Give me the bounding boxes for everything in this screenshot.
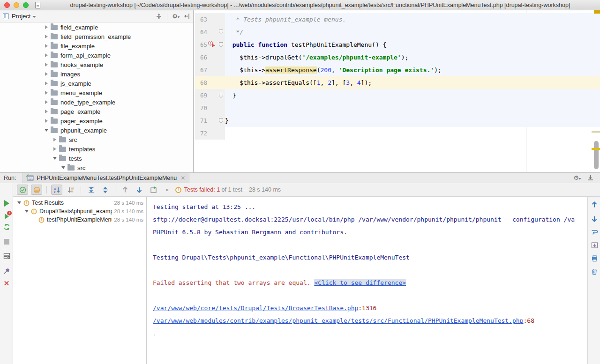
chevron-right-icon[interactable] [52, 138, 57, 141]
project-tree-item[interactable]: phpunit_example [0, 126, 192, 135]
sort-alphabetically-toggle[interactable]: az [51, 185, 62, 195]
chevron-right-icon[interactable] [52, 147, 57, 151]
code-line[interactable]: $this->assertEquals([1, 2], [3, 4]); [225, 76, 600, 89]
test-console-output[interactable]: Testing started at 13:25 ...sftp://docke… [147, 197, 587, 364]
chevron-right-icon[interactable] [44, 119, 49, 123]
project-tree-item[interactable]: pager_example [0, 116, 192, 126]
hide-panel-button[interactable] [184, 13, 190, 19]
editor-gutter[interactable]: 66 [195, 51, 225, 64]
project-tree-item[interactable]: templates [0, 144, 192, 154]
line-number[interactable]: 65 [195, 41, 207, 48]
code-line[interactable]: } [225, 114, 600, 127]
toggle-auto-test-button[interactable] [2, 223, 11, 231]
code-line[interactable]: public function testPhpUnitExampleMenu()… [225, 38, 600, 51]
collapse-all-button[interactable] [99, 185, 111, 195]
chevron-right-icon[interactable] [44, 72, 49, 76]
console-link[interactable]: /var/www/web/modules/contrib/examples/ph… [153, 317, 524, 324]
fold-marker-icon[interactable] [219, 118, 223, 123]
next-occurrence-button[interactable] [134, 185, 145, 195]
scrollbar-mark-warning[interactable] [592, 131, 600, 133]
hide-tool-window-button[interactable] [587, 175, 593, 181]
settings-gear-icon[interactable]: ⚙▾ [172, 13, 180, 20]
clear-all-button[interactable] [590, 267, 599, 275]
error-stripe-mark[interactable] [594, 10, 600, 14]
chevron-right-icon[interactable] [44, 82, 49, 85]
editor-gutter[interactable]: 72 [195, 127, 225, 140]
zoom-window-button[interactable] [23, 2, 29, 8]
export-test-results-button[interactable] [148, 185, 159, 195]
editor-line[interactable]: 63 * Tests phpunit_example menus. [195, 13, 600, 26]
console-link[interactable]: <Click to see difference> [314, 279, 406, 286]
project-tree-item[interactable]: page_example [0, 107, 192, 116]
chevron-right-icon[interactable] [44, 25, 49, 29]
chevron-down-icon[interactable] [32, 16, 36, 18]
fold-marker-icon[interactable] [219, 42, 223, 47]
test-tree-item[interactable]: !testPhpUnitExampleMenu28 s 140 ms [13, 215, 146, 224]
project-tree-item[interactable]: src [0, 135, 192, 144]
editor-gutter[interactable]: 64 [195, 26, 225, 38]
editor-line[interactable]: 71} [195, 114, 600, 127]
project-tree-item[interactable]: src [0, 163, 192, 172]
line-number[interactable]: 67 [195, 67, 207, 74]
editor-line[interactable]: 68 $this->assertEquals([1, 2], [3, 4]); [195, 76, 600, 89]
project-tree-item[interactable]: menu_example [0, 88, 192, 97]
editor-gutter[interactable]: 69 [195, 89, 225, 102]
chevron-right-icon[interactable] [44, 100, 49, 104]
code-line[interactable]: } [225, 89, 600, 102]
expand-all-button[interactable] [85, 185, 97, 195]
rerun-failed-tests-button[interactable]: ! [2, 212, 11, 221]
code-line[interactable] [225, 127, 600, 140]
up-the-stack-trace-button[interactable] [590, 201, 599, 209]
editor-gutter[interactable]: 67 [195, 64, 225, 76]
editor-gutter[interactable]: 68 [195, 76, 225, 89]
settings-gear-icon[interactable]: ⚙▾ [573, 174, 581, 181]
chevron-right-icon[interactable] [44, 35, 49, 38]
chevron-right-icon[interactable] [44, 44, 49, 48]
rerun-failed-test-icon[interactable]: ! [208, 41, 214, 47]
chevron-down-icon[interactable] [24, 210, 29, 213]
chevron-down-icon[interactable] [44, 129, 49, 132]
line-number[interactable]: 72 [195, 130, 207, 137]
editor-line[interactable]: 66 $this->drupalGet('/examples/phpunit-e… [195, 51, 600, 64]
editor-scrollbar-thumb[interactable] [594, 141, 599, 169]
project-tree-item[interactable]: node_type_example [0, 97, 192, 107]
scrollbar-mark-warning-2[interactable] [592, 148, 600, 150]
restore-layout-button[interactable] [2, 252, 11, 260]
test-tree-item[interactable]: !Test Results28 s 140 ms [13, 199, 146, 207]
code-line[interactable]: * Tests phpunit_example menus. [225, 13, 600, 26]
project-tree-item[interactable]: hooks_example [0, 60, 192, 69]
line-number[interactable]: 68 [195, 79, 207, 86]
code-line[interactable]: */ [225, 26, 600, 38]
code-line[interactable]: $this->assertResponse(200, 'Description … [225, 64, 600, 76]
code-line[interactable] [225, 102, 600, 114]
chevron-down-icon[interactable] [52, 157, 57, 160]
toolbar-overflow-chevron[interactable]: » [165, 186, 168, 193]
editor-line[interactable]: 65! public function testPhpUnitExampleMe… [195, 38, 600, 51]
fold-marker-icon[interactable] [219, 93, 223, 98]
editor-line[interactable]: 70 [195, 102, 600, 114]
editor-line[interactable]: 67 $this->assertResponse(200, 'Descripti… [195, 64, 600, 76]
editor-gutter[interactable]: 63 [195, 13, 225, 26]
scroll-to-end-button[interactable] [590, 241, 599, 249]
pin-tab-button[interactable] [2, 267, 11, 275]
chevron-down-icon[interactable] [61, 166, 66, 169]
line-number[interactable]: 71 [195, 117, 207, 124]
minimize-window-button[interactable] [14, 2, 19, 8]
project-tree-item[interactable]: tests [0, 154, 192, 163]
run-tab[interactable]: php✓ PHPUnitExampleMenuTest.testPhpUnitE… [22, 173, 189, 183]
sort-by-duration-toggle[interactable] [65, 185, 76, 195]
soft-wrap-toggle[interactable] [590, 228, 599, 236]
collapse-all-button[interactable] [156, 13, 162, 20]
show-passed-toggle[interactable] [17, 185, 28, 195]
editor-gutter[interactable]: 65! [195, 38, 225, 51]
line-number[interactable]: 66 [195, 54, 207, 61]
console-link[interactable]: /var/www/web/core/tests/Drupal/Tests/Bro… [153, 305, 358, 312]
rerun-button[interactable] [2, 199, 11, 208]
close-run-panel-button[interactable]: ✕ [2, 279, 11, 287]
project-tree-item[interactable]: field_example [0, 22, 192, 32]
project-tree-item[interactable]: form_api_example [0, 51, 192, 60]
editor-gutter[interactable]: 70 [195, 102, 225, 114]
line-number[interactable]: 64 [195, 29, 207, 36]
fold-marker-icon[interactable] [219, 30, 223, 35]
print-button[interactable] [590, 254, 599, 262]
